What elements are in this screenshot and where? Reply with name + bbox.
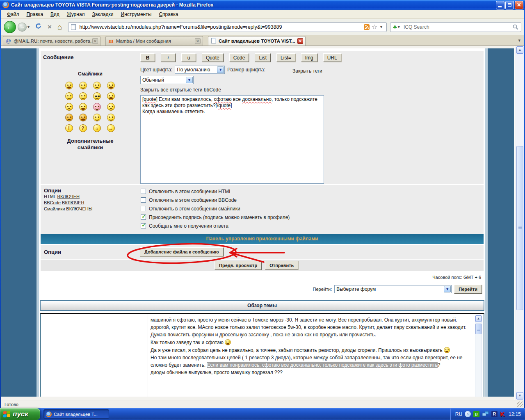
- shocked-smiley-icon[interactable]: [65, 92, 73, 100]
- tray-icon-blue-r[interactable]: R: [491, 411, 498, 417]
- disable-html-checkbox[interactable]: [141, 189, 146, 194]
- message-editor[interactable]: [quote] Если вам понравилось, сфотаю все…: [140, 95, 324, 184]
- dropdown-arrow-icon[interactable]: ▼: [444, 286, 451, 292]
- reload-button[interactable]: [35, 23, 42, 32]
- tab-vistaclub-active[interactable]: Сайт владельцев TOYOTA VIST... ×: [208, 36, 306, 46]
- close-button[interactable]: [515, 1, 523, 9]
- topic-review-scrollbar[interactable]: ▲: [475, 315, 482, 397]
- bbcode-list-ordered-button[interactable]: List=: [276, 53, 295, 62]
- rolling-eyes-smiley-icon[interactable]: [93, 114, 101, 121]
- back-button[interactable]: ←: [4, 21, 16, 33]
- tab-close-icon[interactable]: ×: [92, 38, 98, 44]
- bbcode-bold-button[interactable]: B: [140, 53, 155, 62]
- tab-close-icon[interactable]: ×: [195, 38, 201, 44]
- tab-close-icon[interactable]: ×: [297, 38, 303, 44]
- search-magnifier-icon[interactable]: [513, 24, 518, 30]
- stop-button[interactable]: ×: [48, 23, 52, 31]
- more-smilies-link[interactable]: Дополнительные смайлики: [43, 138, 137, 151]
- browser-scrollbar[interactable]: ▲ ▼: [516, 46, 524, 400]
- menu-help[interactable]: Справка: [155, 11, 181, 18]
- resize-grip[interactable]: [517, 402, 523, 407]
- add-file-button[interactable]: Добавление файла к сообщению: [140, 247, 224, 256]
- bbcode-list-button[interactable]: List: [255, 53, 271, 62]
- preview-button[interactable]: Предв. просмотр: [215, 261, 262, 270]
- embarrassed-smiley-icon[interactable]: [93, 103, 101, 111]
- sad-smiley-icon[interactable]: [93, 82, 101, 89]
- font-size-select[interactable]: Обычный ▼: [140, 76, 194, 84]
- tab-mailru[interactable]: @ @MAIL.RU: почта, новости, работа, ... …: [3, 36, 100, 46]
- menu-view[interactable]: Вид: [47, 11, 63, 18]
- jump-go-button[interactable]: Перейти: [454, 285, 482, 294]
- bookmark-star-icon[interactable]: ☆: [372, 24, 377, 30]
- network-tray-icon[interactable]: [482, 411, 489, 417]
- forum-jump-select[interactable]: Выберите форум ▼: [334, 285, 452, 293]
- disable-bbcode-checkbox[interactable]: [141, 197, 146, 203]
- scrollbar-thumb[interactable]: [475, 324, 482, 334]
- html-status-link[interactable]: ВКЛЮЧЕН: [57, 194, 80, 199]
- tray-icon-green-app[interactable]: μ: [473, 411, 479, 417]
- minimize-button[interactable]: [496, 1, 504, 9]
- wink-smiley-icon[interactable]: [107, 114, 115, 121]
- menu-tools[interactable]: Инструменты: [118, 11, 155, 18]
- search-engine-dropdown-icon[interactable]: ▾: [398, 25, 400, 29]
- home-button[interactable]: ⌂: [57, 23, 62, 32]
- very-happy-smiley-icon[interactable]: [65, 82, 73, 89]
- bbcode-italic-button[interactable]: i: [161, 53, 176, 62]
- twisted-evil-smiley-icon[interactable]: [79, 114, 87, 121]
- history-dropdown-icon[interactable]: ▾: [27, 25, 30, 29]
- bbcode-status-link[interactable]: BBCode: [44, 200, 61, 205]
- dropdown-arrow-icon[interactable]: ▼: [217, 66, 224, 73]
- mad-smiley-icon[interactable]: [65, 103, 73, 111]
- idea-smiley-icon[interactable]: [93, 124, 101, 132]
- evil-smiley-icon[interactable]: [65, 114, 73, 121]
- cool-smiley-icon[interactable]: [93, 92, 101, 100]
- scroll-up-icon[interactable]: ▲: [475, 315, 482, 322]
- tray-icon-red-k[interactable]: K: [500, 411, 504, 418]
- bbcode-url-button[interactable]: URL: [323, 53, 341, 62]
- bbcode-code-button[interactable]: Code: [229, 53, 249, 62]
- rss-icon[interactable]: [364, 24, 370, 30]
- laughing-smiley-icon[interactable]: [107, 92, 115, 100]
- url-dropdown-icon[interactable]: ▾: [380, 25, 382, 29]
- menu-file[interactable]: Файл: [4, 11, 23, 18]
- question-smiley-icon[interactable]: [79, 124, 87, 132]
- hide-icons-chevron-icon[interactable]: ‹: [465, 411, 471, 417]
- exclamation-smiley-icon[interactable]: [65, 124, 73, 132]
- tab-list-dropdown-icon[interactable]: ▾: [516, 37, 522, 44]
- disable-smilies-checkbox[interactable]: [141, 206, 146, 211]
- surprised-smiley-icon[interactable]: [107, 82, 115, 89]
- font-color-select[interactable]: По умолчанию ▼: [175, 66, 225, 74]
- icq-clover-icon[interactable]: ♣: [393, 24, 397, 30]
- scroll-down-icon[interactable]: ▼: [516, 392, 523, 399]
- menu-bookmarks[interactable]: Закладки: [89, 11, 117, 18]
- razz-smiley-icon[interactable]: [79, 103, 87, 111]
- search-input[interactable]: [403, 24, 513, 30]
- tab-mamba[interactable]: m Mamba / Мои сообщения ×: [105, 36, 203, 46]
- menu-history[interactable]: Журнал: [64, 11, 88, 18]
- start-button[interactable]: пуск: [0, 408, 40, 420]
- url-input[interactable]: [78, 24, 363, 30]
- crying-smiley-icon[interactable]: [107, 103, 115, 111]
- scrollbar-thumb[interactable]: [516, 146, 523, 310]
- close-all-tags-link[interactable]: Закрыть все открытые теги bbCode: [140, 87, 484, 93]
- bbcode-underline-button[interactable]: u: [181, 53, 196, 62]
- submit-button[interactable]: Отправить: [265, 261, 298, 270]
- dropdown-arrow-icon[interactable]: ▼: [186, 77, 193, 83]
- attach-signature-checkbox[interactable]: [141, 215, 146, 220]
- arrow-smiley-icon[interactable]: [107, 124, 115, 132]
- notify-reply-checkbox[interactable]: [141, 223, 146, 228]
- confused-smiley-icon[interactable]: [79, 92, 87, 100]
- forward-button[interactable]: →: [18, 23, 27, 32]
- bbcode-quote-button[interactable]: Quote: [202, 53, 224, 62]
- search-box[interactable]: ♣ ▾: [390, 22, 521, 32]
- smile-smiley-icon[interactable]: [79, 82, 87, 89]
- smilies-status-link[interactable]: ВКЛЮЧЕНЫ: [66, 206, 92, 211]
- language-indicator[interactable]: RU: [455, 411, 462, 417]
- scroll-up-icon[interactable]: ▲: [516, 46, 523, 54]
- bbcode-img-button[interactable]: Img: [301, 53, 317, 62]
- window-titlebar[interactable]: Сайт владельцев TOYOTA VISTA Forums-post…: [0, 0, 525, 10]
- taskbar-firefox-button[interactable]: Сайт владельцев Т...: [43, 409, 109, 419]
- menu-edit[interactable]: Правка: [23, 11, 47, 18]
- close-tags-link[interactable]: Закрыть теги: [292, 68, 322, 74]
- url-bar[interactable]: ☆ ▾: [68, 22, 387, 32]
